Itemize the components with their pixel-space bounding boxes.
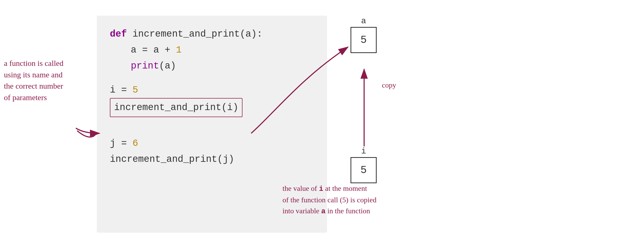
code-line-i: i = 5 — [110, 82, 314, 98]
var-a-lhs: a = a + — [131, 45, 176, 55]
call-i-text: increment_and_print(i) — [114, 102, 238, 113]
left-annotation: a function is called using its name and … — [4, 58, 82, 103]
code-line-a-assign: a = a + 1 — [131, 42, 314, 58]
var-a-box: 5 — [351, 27, 377, 53]
code-spacer-1 — [110, 74, 314, 82]
bottom-annotation: the value of i at the moment of the func… — [283, 183, 445, 217]
bottom-text-line1: the value of i at the moment of the func… — [283, 184, 376, 215]
function-signature: increment_and_print(a): — [132, 29, 262, 39]
print-arg: (a) — [159, 61, 176, 71]
page-container: def increment_and_print(a): a = a + 1 pr… — [0, 0, 644, 252]
var-j-lhs: j = — [110, 138, 132, 149]
code-line-def: def increment_and_print(a): — [110, 26, 314, 42]
code-line-j: j = 6 — [110, 135, 314, 151]
code-line-call-i: increment_and_print(i) — [110, 98, 314, 117]
call-j-text: increment_and_print(j) — [110, 154, 234, 165]
num-5: 5 — [132, 85, 138, 95]
mono-i: i — [319, 185, 323, 193]
keyword-def: def — [110, 29, 127, 39]
print-keyword: print — [131, 61, 159, 71]
var-box-i-container: i 5 — [351, 146, 377, 183]
num-1: 1 — [176, 45, 182, 55]
copy-label: copy — [382, 81, 396, 89]
call-highlighted-box: increment_and_print(i) — [110, 98, 242, 117]
mono-a: a — [321, 207, 326, 215]
var-i-box: 5 — [351, 157, 377, 183]
var-i-label: i — [351, 146, 377, 156]
code-spacer-2 — [110, 117, 314, 128]
var-a-label: a — [351, 16, 377, 26]
code-line-print: print(a) — [131, 58, 314, 74]
code-line-call-j: increment_and_print(j) — [110, 151, 314, 167]
var-i-lhs: i = — [110, 85, 132, 95]
code-content: def increment_and_print(a): a = a + 1 pr… — [110, 26, 314, 167]
num-6: 6 — [132, 138, 138, 149]
var-box-a-container: a 5 — [351, 16, 377, 53]
